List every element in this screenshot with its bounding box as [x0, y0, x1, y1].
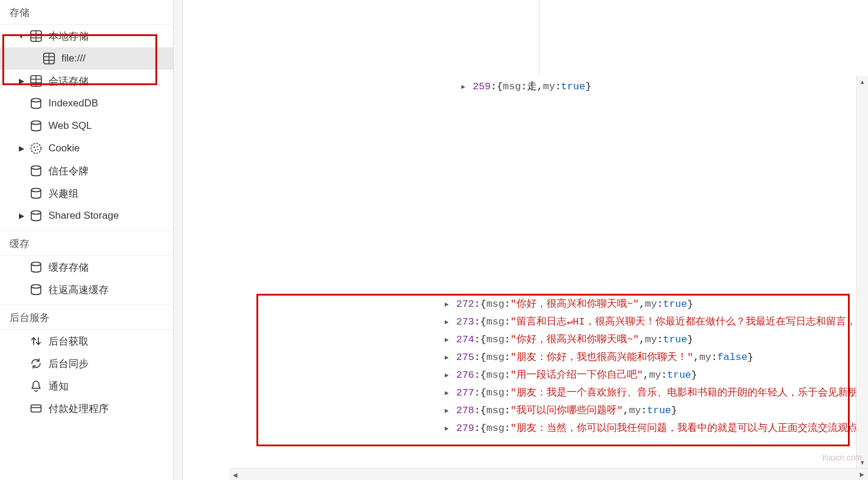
tree-label: 后台同步 [48, 357, 89, 371]
bell-icon [30, 380, 43, 393]
tree-label: file:/// [61, 53, 86, 64]
database-icon [30, 164, 43, 177]
tree-label: 付款处理程序 [48, 402, 109, 416]
svg-point-17 [35, 150, 36, 151]
svg-point-12 [31, 99, 41, 102]
panel-splitter[interactable] [174, 0, 183, 480]
tree-label: 兴趣组 [48, 187, 79, 200]
svg-rect-24 [31, 405, 41, 412]
tree-notifications[interactable]: ▶ 通知 [0, 375, 173, 397]
tree-shared-storage[interactable]: ▶ Shared Storage [0, 205, 173, 227]
tree-label: 后台获取 [48, 335, 89, 348]
tree-label: 通知 [48, 380, 69, 393]
chevron-right-icon: ▶ [17, 77, 26, 85]
tree-local-file[interactable]: file:/// [0, 47, 173, 70]
object-row[interactable]: ▶273: {msg: "留言和日志↵HI，很高兴聊天！你最近都在做什么？我最近… [183, 313, 868, 331]
top-divider [539, 0, 539, 76]
expand-icon[interactable]: ▶ [459, 78, 468, 96]
tree-label: 本地存储 [48, 30, 89, 43]
object-row[interactable]: ▶259: {msg: 走 , my: true} [183, 78, 868, 96]
tree-label: Web SQL [48, 120, 92, 132]
row-index: 278 [456, 402, 474, 420]
svg-point-23 [31, 285, 41, 288]
expand-icon[interactable]: ▶ [442, 420, 451, 437]
tree-label: 往返高速缓存 [48, 283, 109, 297]
chevron-right-icon: ▶ [17, 144, 26, 153]
svg-point-21 [31, 211, 41, 215]
tree-session-storage[interactable]: ▶ 会话存储 [0, 70, 173, 92]
chevron-right-icon: ▶ [17, 212, 26, 220]
tree-bg-sync[interactable]: ▶ 后台同步 [0, 352, 173, 375]
tree-indexeddb[interactable]: ▶ IndexedDB [0, 92, 173, 115]
scroll-down-icon[interactable]: ▼ [857, 456, 868, 468]
svg-point-15 [34, 147, 35, 148]
database-icon [30, 187, 43, 200]
expand-icon[interactable]: ▶ [442, 367, 451, 384]
object-row[interactable]: ▶279: {msg: "朋友：当然，你可以问我任何问题，我看中的就是可以与人正… [183, 420, 868, 437]
card-icon [30, 402, 43, 415]
tree-label: 信任令牌 [48, 164, 89, 178]
row-index: 259 [473, 78, 491, 96]
tree-bfcache[interactable]: ▶ 往返高速缓存 [0, 278, 173, 301]
tree-label: Shared Storage [48, 210, 119, 222]
updown-icon [30, 335, 43, 348]
svg-point-18 [37, 149, 38, 150]
database-icon [30, 97, 43, 110]
expand-icon[interactable]: ▶ [442, 296, 451, 313]
object-viewer: ▶259: {msg: 走 , my: true}▶272: {msg: "你好… [183, 76, 868, 480]
database-icon [30, 119, 43, 132]
svg-point-14 [31, 144, 41, 154]
expand-icon[interactable]: ▶ [442, 349, 451, 367]
tree-bg-fetch[interactable]: ▶ 后台获取 [0, 330, 173, 352]
section-services-header: 后台服务 [0, 304, 173, 330]
tree-cookie[interactable]: ▶ Cookie [0, 137, 173, 160]
object-row[interactable]: ▶277: {msg: "朋友：我是一个喜欢旅行、音乐、电影和书籍的开朗的年轻人… [183, 384, 868, 402]
storage-grid-icon [43, 52, 56, 65]
expand-icon[interactable]: ▶ [442, 402, 451, 420]
row-index: 279 [456, 420, 474, 437]
scroll-right-icon[interactable]: ▶ [856, 469, 868, 480]
tree-label: Cookie [48, 142, 80, 154]
svg-point-16 [37, 146, 38, 147]
tree-websql[interactable]: ▶ Web SQL [0, 115, 173, 137]
section-storage-header: 存储 [0, 0, 173, 25]
svg-point-13 [31, 121, 41, 125]
storage-grid-icon [30, 74, 43, 87]
scroll-up-icon[interactable]: ▲ [857, 76, 868, 87]
expand-icon[interactable]: ▶ [442, 331, 451, 349]
svg-point-20 [31, 189, 41, 192]
tree-local-storage[interactable]: ▼ 本地存储 [0, 25, 173, 47]
svg-point-22 [31, 262, 41, 266]
tree-label: 会话存储 [48, 74, 89, 88]
tree-cache-storage[interactable]: ▶ 缓存存储 [0, 256, 173, 278]
row-index: 277 [456, 384, 474, 402]
content-panel: ▶259: {msg: 走 , my: true}▶272: {msg: "你好… [183, 0, 868, 480]
tree-trust-tokens[interactable]: ▶ 信任令牌 [0, 160, 173, 182]
tree-interest-groups[interactable]: ▶ 兴趣组 [0, 182, 173, 205]
row-index: 276 [456, 367, 474, 384]
sidebar: 存储 ▼ 本地存储 file:/// ▶ 会话存储 ▶ [0, 0, 174, 480]
svg-point-19 [31, 166, 41, 170]
object-row[interactable]: ▶276: {msg: "用一段话介绍一下你自己吧", my: true} [183, 367, 868, 384]
storage-grid-icon [30, 30, 43, 43]
database-icon [30, 261, 43, 274]
object-row[interactable]: ▶272: {msg: "你好，很高兴和你聊天哦~", my: true} [183, 296, 868, 313]
object-row[interactable]: ▶275: {msg: "朋友：你好，我也很高兴能和你聊天！", my: fal… [183, 349, 868, 367]
horizontal-scrollbar[interactable]: ◀ ▶ [229, 468, 868, 480]
expand-icon[interactable]: ▶ [442, 313, 451, 331]
object-row[interactable]: ▶274: {msg: "你好，很高兴和你聊天哦~", my: true} [183, 331, 868, 349]
sync-icon [30, 357, 43, 370]
tree-payment[interactable]: ▶ 付款处理程序 [0, 397, 173, 420]
chevron-down-icon: ▼ [17, 32, 26, 40]
cookie-icon [30, 142, 43, 155]
scroll-left-icon[interactable]: ◀ [229, 469, 241, 480]
row-index: 272 [456, 296, 474, 313]
database-icon [30, 209, 43, 222]
object-row[interactable]: ▶278: {msg: "我可以问你哪些问题呀", my: true} [183, 402, 868, 420]
row-index: 275 [456, 349, 474, 367]
section-cache-header: 缓存 [0, 231, 173, 256]
tree-label: IndexedDB [48, 98, 98, 109]
vertical-scrollbar[interactable]: ▲ ▼ [856, 76, 868, 468]
row-index: 273 [456, 313, 474, 331]
expand-icon[interactable]: ▶ [442, 384, 451, 402]
